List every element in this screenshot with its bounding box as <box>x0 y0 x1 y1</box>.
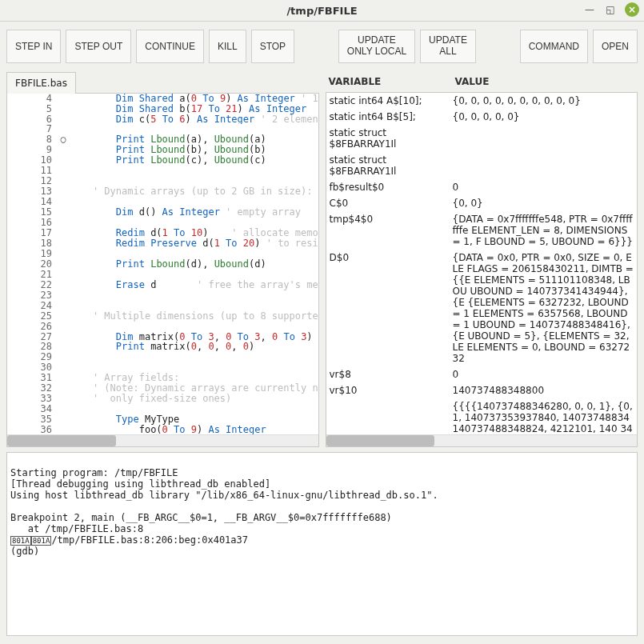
variable-name: D$0 <box>330 252 453 263</box>
code-line[interactable]: 14 <box>7 197 318 207</box>
col-variable[interactable]: VARIABLE <box>326 71 452 92</box>
step-out-button[interactable]: STEP OUT <box>66 30 131 63</box>
variable-row[interactable]: static struct $8FBARRAY1Il <box>326 125 638 152</box>
console-line: at /tmp/FBFILE.bas:8 <box>10 523 143 534</box>
code-text: ' only fixed-size ones) <box>70 394 318 404</box>
code-line[interactable]: 8○ Print Lbound(a), Ubound(a) <box>7 134 318 145</box>
breakpoint-gutter[interactable] <box>57 114 70 125</box>
code-line[interactable]: 13 ' Dynamic arrays (up to 2 GB in size)… <box>7 186 318 197</box>
code-line[interactable]: 11 <box>7 166 318 176</box>
code-line[interactable]: 15 Dim d() As Integer ' empty array <box>7 207 318 218</box>
code-line[interactable]: 31 ' Array fields: <box>7 373 318 383</box>
close-icon[interactable]: × <box>625 2 639 17</box>
breakpoint-gutter[interactable] <box>57 238 70 249</box>
breakpoint-gutter[interactable] <box>57 207 70 218</box>
col-value[interactable]: VALUE <box>452 71 638 92</box>
tab-fbfile[interactable]: FBFILE.bas <box>6 72 76 94</box>
code-line[interactable]: 20 Print Lbound(d), Ubound(d) <box>7 259 318 270</box>
variable-value: 0 <box>453 369 634 380</box>
stop-button[interactable]: STOP <box>251 30 294 63</box>
breakpoint-gutter[interactable] <box>57 94 70 104</box>
code-line[interactable]: 33 ' only fixed-size ones) <box>7 394 318 404</box>
breakpoint-gutter[interactable] <box>57 352 70 362</box>
step-in-button[interactable]: STEP IN <box>6 30 61 63</box>
update-local-button[interactable]: UPDATE ONLY LOCAL <box>338 30 415 63</box>
variable-row[interactable]: tmp$4$0{DATA = 0x7fffffffe548, PTR = 0x7… <box>326 211 638 250</box>
breakpoint-gutter[interactable] <box>57 332 70 342</box>
breakpoint-gutter[interactable] <box>57 414 70 425</box>
code-line[interactable]: 21 <box>7 270 318 280</box>
code-line[interactable]: 23 <box>7 290 318 301</box>
code-line[interactable]: 28 Print matrix(0, 0, 0, 0) <box>7 342 318 352</box>
vars-hscrollbar[interactable] <box>326 434 638 446</box>
breakpoint-gutter[interactable] <box>57 259 70 270</box>
code-line[interactable]: 18 Redim Preserve d(1 To 20) ' to resize… <box>7 238 318 249</box>
breakpoint-gutter[interactable] <box>57 362 70 373</box>
code-line[interactable]: 26 <box>7 322 318 332</box>
code-line[interactable]: 22 Erase d ' free the array's memory <box>7 280 318 290</box>
minimize-icon[interactable]: — <box>583 3 596 16</box>
variable-row[interactable]: C$0{0, 0} <box>326 195 638 211</box>
code-line[interactable]: 25 ' Multiple dimensions (up to 8 suppor… <box>7 311 318 322</box>
variable-row[interactable]: fb$result$00 <box>326 179 638 195</box>
code-line[interactable]: 9 Print Lbound(b), Ubound(b) <box>7 145 318 155</box>
variables-body[interactable]: static int64 A$[10];{0, 0, 0, 0, 0, 0, 0… <box>326 93 638 447</box>
breakpoint-gutter[interactable] <box>57 301 70 311</box>
kill-button[interactable]: KILL <box>209 30 246 63</box>
breakpoint-gutter[interactable] <box>57 342 70 352</box>
breakpoint-gutter[interactable] <box>57 290 70 301</box>
code-line[interactable]: 29 <box>7 352 318 362</box>
variable-row[interactable]: D$0{DATA = 0x0, PTR = 0x0, SIZE = 0, ELE… <box>326 250 638 366</box>
breakpoint-gutter[interactable] <box>57 155 70 166</box>
code-line[interactable]: 34 <box>7 404 318 414</box>
code-line[interactable]: 4 Dim Shared a(0 To 9) As Integer ' 10 e… <box>7 94 318 104</box>
variable-row[interactable]: static struct $8FBARRAY1Il <box>326 152 638 179</box>
breakpoint-gutter[interactable] <box>57 145 70 155</box>
continue-button[interactable]: CONTINUE <box>136 30 204 63</box>
breakpoint-gutter[interactable] <box>57 176 70 186</box>
variable-name: vr$8 <box>330 369 453 380</box>
source-hscrollbar[interactable] <box>7 434 318 446</box>
code-line[interactable]: 6 Dim c(5 To 6) As Integer ' 2 elements <box>7 114 318 125</box>
code-line[interactable]: 7 <box>7 124 318 134</box>
maximize-icon[interactable]: ◱ <box>604 3 617 16</box>
breakpoint-gutter[interactable] <box>57 404 70 414</box>
line-number: 5 <box>7 104 57 114</box>
breakpoint-gutter[interactable] <box>57 394 70 404</box>
breakpoint-gutter[interactable] <box>57 228 70 238</box>
gdb-console[interactable]: Starting program: /tmp/FBFILE [Thread de… <box>6 452 638 636</box>
code-text <box>70 270 318 280</box>
code-line[interactable]: 35 Type MyType <box>7 414 318 425</box>
breakpoint-gutter[interactable] <box>57 373 70 383</box>
breakpoint-gutter[interactable] <box>57 383 70 394</box>
breakpoint-gutter[interactable] <box>57 311 70 322</box>
breakpoint-gutter[interactable]: ○ <box>57 134 70 145</box>
breakpoint-gutter[interactable] <box>57 197 70 207</box>
breakpoint-gutter[interactable] <box>57 166 70 176</box>
code-line[interactable]: 5 Dim Shared b(17 To 21) As Integer ' 10… <box>7 104 318 114</box>
code-line[interactable]: 32 ' (Note: Dynamic arrays are currently… <box>7 383 318 394</box>
open-button[interactable]: OPEN <box>593 30 638 63</box>
variable-row[interactable]: vr$80 <box>326 366 638 382</box>
variable-row[interactable]: vr$10140737488348800 <box>326 382 638 398</box>
code-line[interactable]: 19 <box>7 249 318 259</box>
breakpoint-gutter[interactable] <box>57 218 70 228</box>
code-line[interactable]: 27 Dim matrix(0 To 3, 0 To 3, 0 To 3) As… <box>7 332 318 342</box>
breakpoint-gutter[interactable] <box>57 104 70 114</box>
update-all-button[interactable]: UPDATE ALL <box>420 30 476 63</box>
code-line[interactable]: 24 <box>7 301 318 311</box>
breakpoint-gutter[interactable] <box>57 280 70 290</box>
variable-row[interactable]: static int64 B$[5];{0, 0, 0, 0, 0} <box>326 109 638 125</box>
command-button[interactable]: COMMAND <box>520 30 588 63</box>
source-view[interactable]: 4 Dim Shared a(0 To 9) As Integer ' 10 e… <box>6 94 319 447</box>
code-line[interactable]: 12 <box>7 176 318 186</box>
breakpoint-gutter[interactable] <box>57 249 70 259</box>
variable-row[interactable]: static int64 A$[10];{0, 0, 0, 0, 0, 0, 0… <box>326 93 638 109</box>
code-line[interactable]: 30 <box>7 362 318 373</box>
breakpoint-gutter[interactable] <box>57 322 70 332</box>
code-line[interactable]: 17 Redim d(1 To 10) ' allocate memory fo… <box>7 228 318 238</box>
breakpoint-gutter[interactable] <box>57 186 70 197</box>
breakpoint-gutter[interactable] <box>57 270 70 280</box>
code-line[interactable]: 16 <box>7 218 318 228</box>
code-line[interactable]: 10 Print Lbound(c), Ubound(c) <box>7 155 318 166</box>
